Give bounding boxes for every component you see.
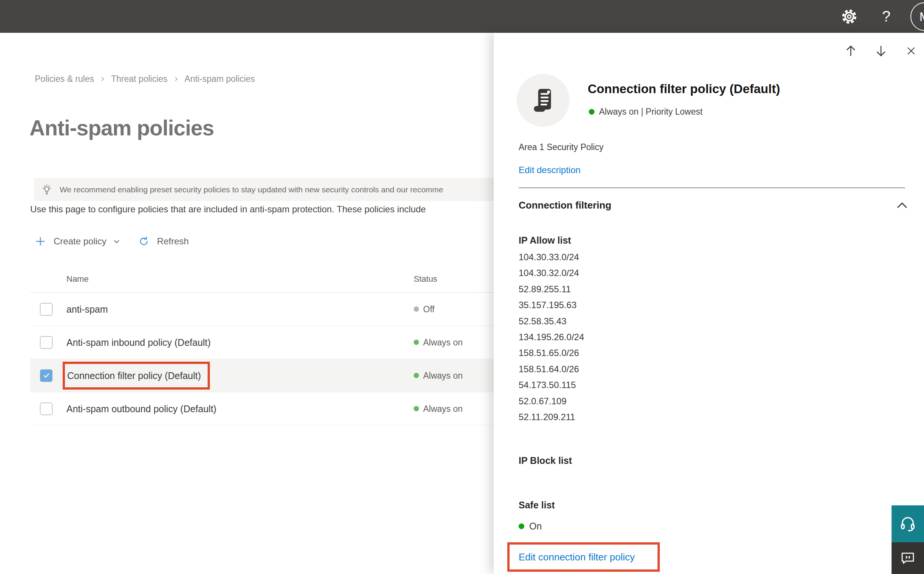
policy-table: Name Status anti-spam Off Anti-spam inbo… <box>30 260 494 426</box>
breadcrumb-policies-rules[interactable]: Policies & rules <box>35 74 94 84</box>
ip-allow-entry: 104.30.33.0/24 <box>519 249 584 265</box>
lightbulb-icon <box>41 184 53 196</box>
policy-badge <box>517 74 570 127</box>
ip-block-list-heading: IP Block list <box>519 455 572 466</box>
flyout-title: Connection filter policy (Default) <box>588 82 780 96</box>
chevron-right-icon <box>99 76 106 82</box>
ip-allow-entry: 52.11.209.211 <box>519 409 584 425</box>
banner-text: We recommend enabling preset security po… <box>60 185 443 194</box>
status-label: Always on <box>423 371 463 380</box>
refresh-button[interactable]: Refresh <box>157 236 189 247</box>
policy-status: Always on <box>414 404 463 414</box>
help-icon[interactable]: ? <box>880 7 893 26</box>
ip-allow-list: 104.30.33.0/24104.30.32.0/2452.89.255.11… <box>519 249 584 425</box>
table-row[interactable]: Connection filter policy (Default) Alway… <box>30 359 494 392</box>
flyout-status: Always on | Priority Lowest <box>589 107 702 117</box>
table-row[interactable]: anti-spam Off <box>30 293 494 326</box>
policy-status: Always on <box>414 337 463 347</box>
ip-allow-list-heading: IP Allow list <box>519 235 571 246</box>
status-label: Off <box>423 304 434 314</box>
edit-connection-filter-policy-link[interactable]: Edit connection filter policy <box>519 545 658 569</box>
headset-icon <box>899 515 916 533</box>
feedback-button[interactable] <box>892 542 924 574</box>
ip-allow-entry: 54.173.50.115 <box>519 377 584 393</box>
status-label: Always on <box>423 404 463 414</box>
command-bar: Create policy Refresh <box>35 231 189 252</box>
table-row[interactable]: Anti-spam inbound policy (Default) Alway… <box>30 326 494 359</box>
safe-list-heading: Safe list <box>519 500 555 511</box>
table-header: Name Status <box>30 260 494 293</box>
row-checkbox[interactable] <box>40 336 52 348</box>
recommendation-banner: We recommend enabling preset security po… <box>34 178 502 201</box>
settings-gear-icon[interactable] <box>840 8 858 25</box>
policy-name[interactable]: Connection filter policy (Default) <box>63 362 210 390</box>
edit-description-link[interactable]: Edit description <box>519 165 581 175</box>
breadcrumb: Policies & rules Threat policies Anti-sp… <box>35 74 255 84</box>
policy-details-flyout: Connection filter policy (Default) Alway… <box>494 33 924 574</box>
ip-allow-entry: 35.157.195.63 <box>519 297 584 313</box>
table-row[interactable]: Anti-spam outbound policy (Default) Alwa… <box>30 392 494 426</box>
page-title: Anti-spam policies <box>29 115 214 140</box>
policy-status: Always on <box>414 371 463 380</box>
ip-allow-entry: 158.51.65.0/26 <box>519 345 584 361</box>
panel-status-text: Always on | Priority Lowest <box>599 107 702 117</box>
top-app-bar: ? M <box>0 0 924 33</box>
ip-allow-entry: 52.58.35.43 <box>519 314 584 329</box>
section-title: Connection filtering <box>519 200 611 211</box>
breadcrumb-anti-spam-policies[interactable]: Anti-spam policies <box>185 74 255 84</box>
move-down-icon[interactable] <box>874 44 888 58</box>
column-header-name[interactable]: Name <box>66 274 89 284</box>
plus-icon <box>35 236 46 247</box>
chevron-right-icon <box>173 76 179 82</box>
ip-allow-entry: 158.51.64.0/26 <box>519 361 584 377</box>
status-dot-icon <box>414 406 419 412</box>
breadcrumb-threat-policies[interactable]: Threat policies <box>111 74 168 84</box>
ip-allow-entry: 52.89.255.11 <box>519 281 584 297</box>
policy-name[interactable]: Anti-spam inbound policy (Default) <box>66 337 210 348</box>
column-header-status[interactable]: Status <box>414 274 437 284</box>
status-dot-icon <box>414 307 419 312</box>
page-description: Use this page to configure policies that… <box>30 204 494 214</box>
row-checkbox[interactable] <box>40 303 52 315</box>
chevron-down-icon[interactable] <box>112 237 121 246</box>
flyout-controls <box>844 44 918 58</box>
chevron-up-icon[interactable] <box>896 200 908 212</box>
create-policy-button[interactable]: Create policy <box>54 236 106 247</box>
safe-list-status: On <box>519 521 542 532</box>
section-connection-filtering[interactable]: Connection filtering <box>519 200 905 211</box>
policy-name[interactable]: Anti-spam outbound policy (Default) <box>66 403 216 414</box>
account-avatar[interactable]: M <box>910 2 924 31</box>
safe-list-status-dot <box>519 524 524 529</box>
divider <box>519 188 905 188</box>
panel-status-dot <box>589 109 595 115</box>
ip-allow-entry: 52.0.67.109 <box>519 393 584 409</box>
policy-scroll-icon <box>532 87 554 113</box>
status-dot-icon <box>414 340 419 345</box>
support-button[interactable] <box>892 505 924 542</box>
policy-name[interactable]: anti-spam <box>66 304 108 315</box>
safe-list-value: On <box>529 521 542 532</box>
refresh-icon <box>138 236 149 247</box>
row-checkbox[interactable] <box>40 402 52 415</box>
policy-status: Off <box>414 304 434 314</box>
chat-bubble-icon <box>900 550 916 566</box>
policy-description: Area 1 Security Policy <box>519 142 604 152</box>
ip-allow-entry: 134.195.26.0/24 <box>519 329 584 345</box>
ip-allow-entry: 104.30.32.0/24 <box>519 265 584 281</box>
close-icon[interactable] <box>904 44 918 58</box>
status-label: Always on <box>423 337 463 347</box>
annotation-box: Edit connection filter policy <box>507 542 660 572</box>
checkmark-icon <box>42 372 51 380</box>
move-up-icon[interactable] <box>844 44 858 58</box>
status-dot-icon <box>414 373 419 378</box>
row-checkbox[interactable] <box>40 369 52 382</box>
